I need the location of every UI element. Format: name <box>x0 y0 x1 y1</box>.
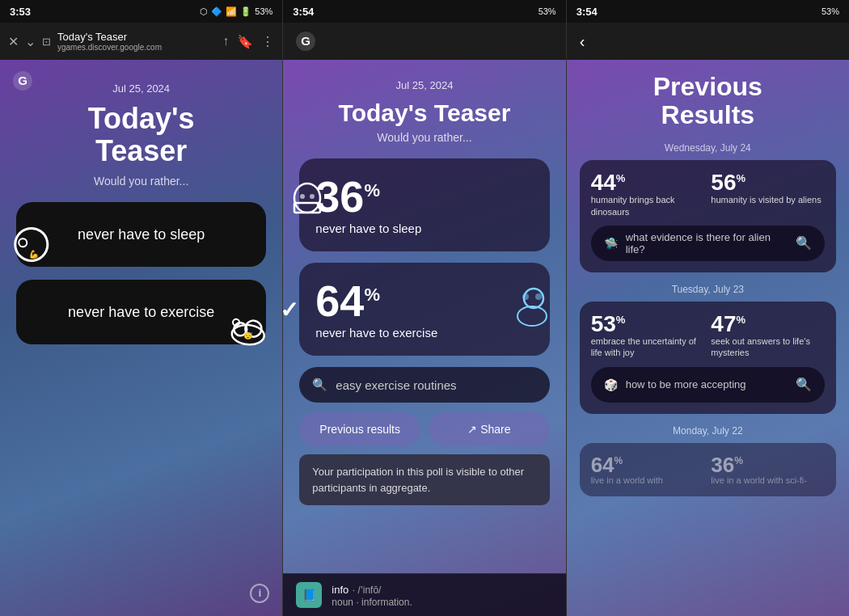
info-button-1[interactable]: i <box>250 584 269 603</box>
result-card-2[interactable]: 64% never have to exercise <box>299 263 549 356</box>
search-icon-wed[interactable]: 🔍 <box>796 235 812 251</box>
panel-3: 3:54 53% ‹ Previous Results Wednesday, J… <box>567 0 849 616</box>
share-button[interactable]: ↗ Share <box>429 412 550 446</box>
subtitle-2: Would you rather... <box>377 131 471 144</box>
browser-url: ygames.discover.google.com <box>57 43 216 52</box>
results-row-wed: 44% humanity brings back dinosaurs 56% h… <box>591 171 825 217</box>
choice-text-2: never have to exercise <box>68 304 214 321</box>
search-text-2: easy exercise routines <box>336 378 456 392</box>
date-1: Jul 25, 2024 <box>112 82 170 95</box>
bottom-info-bar: 📘 info · /ˈinfō/ noun · information. <box>283 573 565 616</box>
tabs-icon[interactable]: ⊡ <box>42 36 51 48</box>
label-wed-right: humanity is visited by aliens <box>711 194 825 205</box>
share-icon[interactable]: ↑ <box>222 34 229 49</box>
svg-point-19 <box>535 293 542 300</box>
section-mon: Monday, July 22 64% live in a world with… <box>580 425 836 496</box>
svg-point-17 <box>517 306 547 326</box>
results-row-mon: 64% live in a world with 36% live in a w… <box>591 454 825 485</box>
info-icon-box: 📘 <box>296 582 322 608</box>
search-text-wed: what evidence is there for alien life? <box>626 231 788 255</box>
panel-1: 3:53 ⬡ 🔷 📶 🔋 🔵 🔵 📶 🔋 53% 53% ✕ ⌄ ⊡ Today… <box>0 0 282 616</box>
result-col-tue-right: 47% seek out answers to life's mysteries <box>711 313 825 359</box>
search-bar-2[interactable]: 🔍 easy exercise routines <box>299 367 549 403</box>
result-col-mon-right: 36% live in a world with sci-fi- <box>711 454 825 485</box>
result-card-2-wrapper: ✓ 64% never have to exercise <box>299 263 549 356</box>
status-icons-2: 53% <box>539 6 556 16</box>
chevron-down-icon[interactable]: ⌄ <box>25 34 36 49</box>
pct-tue-right: 47% <box>711 313 825 335</box>
pct-mon-right: 36% <box>711 454 825 475</box>
moon-sticker: 💪 <box>5 218 62 282</box>
date-2: Jul 25, 2024 <box>396 79 454 91</box>
time-3: 3:54 <box>577 6 598 18</box>
status-bar-1: 3:53 ⬡ 🔷 📶 🔋 🔵 🔵 📶 🔋 53% 53% <box>0 0 282 23</box>
bookmark-icon[interactable]: 🔖 <box>237 34 253 49</box>
exercise-sticker <box>508 284 558 335</box>
panel-1-main: G Jul 25, 2024 Today's Teaser Would you … <box>0 60 282 616</box>
search-bar-wed[interactable]: 🛸 what evidence is there for alien life?… <box>591 226 825 261</box>
status-icons-1: ⬡ 🔷 📶 🔋 🔵 🔵 📶 🔋 53% 53% <box>200 6 272 17</box>
cloud-sticker: 😴 <box>222 307 273 358</box>
result-col-wed-left: 44% humanity brings back dinosaurs <box>591 171 705 217</box>
pct-wed-right: 56% <box>711 171 825 194</box>
browser-actions: ↑ 🔖 ⋮ <box>222 34 274 49</box>
svg-point-3 <box>18 238 27 248</box>
svg-text:G: G <box>18 74 27 87</box>
more-icon[interactable]: ⋮ <box>261 34 274 49</box>
panel-3-main: Previous Results Wednesday, July 24 44% … <box>567 60 849 616</box>
status-icons-3: 53% <box>822 6 839 16</box>
svg-text:G: G <box>301 34 310 48</box>
section-wed: Wednesday, July 24 44% humanity brings b… <box>580 142 836 272</box>
back-icon[interactable]: ‹ <box>580 32 585 51</box>
teaser-title-2: Today's Teaser <box>339 99 511 126</box>
choice-card-1[interactable]: never have to sleep 💪 <box>16 202 266 267</box>
ghost-sticker <box>285 179 330 232</box>
svg-point-14 <box>300 194 305 199</box>
results-card-wed: 44% humanity brings back dinosaurs 56% h… <box>580 160 836 272</box>
search-text-tue: how to be more accepting <box>626 378 746 390</box>
label-mon-right: live in a world with sci-fi- <box>711 475 825 485</box>
search-icon-tue[interactable]: 🔍 <box>796 377 812 392</box>
pct-wed-left: 44% <box>591 171 705 194</box>
time-1: 3:53 <box>10 6 31 18</box>
result-col-tue-left: 53% embrace the uncertainty of life with… <box>591 313 705 359</box>
info-content: info · /ˈinfō/ noun · information. <box>332 582 412 608</box>
close-icon[interactable]: ✕ <box>8 34 19 49</box>
browser-title: Today's Teaser <box>57 31 216 43</box>
result-label-1: never have to sleep <box>315 222 533 235</box>
label-wed-left: humanity brings back dinosaurs <box>591 194 705 217</box>
result-percent-2: 64% <box>315 279 533 323</box>
svg-point-12 <box>294 184 320 213</box>
result-card-1[interactable]: 36% never have to sleep <box>299 158 549 251</box>
prev-results-title: Previous Results <box>580 73 836 129</box>
search-bar-tue[interactable]: 🎲 how to be more accepting 🔍 <box>591 367 825 403</box>
alien-icon: 🛸 <box>604 237 618 250</box>
panel-3-top-bar: ‹ <box>567 23 849 60</box>
info-definition: noun · information. <box>332 597 412 608</box>
panel-2: 3:54 53% G Jul 25, 2024 Today's Teaser W… <box>283 0 565 616</box>
subtitle-1: Would you rather... <box>94 175 188 188</box>
pct-mon-left: 64% <box>591 454 705 475</box>
label-mon-left: live in a world with <box>591 475 705 485</box>
time-2: 3:54 <box>293 6 314 18</box>
panel-2-main: Jul 25, 2024 Today's Teaser Would you ra… <box>283 60 565 616</box>
label-tue-right: seek out answers to life's mysteries <box>711 335 825 359</box>
choice-card-2[interactable]: never have to exercise 😴 <box>16 280 266 344</box>
pct-tue-left: 53% <box>591 313 705 335</box>
results-card-mon: 64% live in a world with 36% live in a w… <box>580 443 836 496</box>
google-logo: G <box>13 71 32 94</box>
result-col-mon-left: 64% live in a world with <box>591 454 705 485</box>
result-col-wed-right: 56% humanity is visited by aliens <box>711 171 825 217</box>
url-area[interactable]: Today's Teaser ygames.discover.google.co… <box>57 31 216 52</box>
result-label-2: never have to exercise <box>315 326 533 340</box>
choice-text-1: never have to sleep <box>78 226 205 243</box>
prev-results-button[interactable]: Previous results <box>299 412 420 446</box>
section-tue: Tuesday, July 23 53% embrace the uncerta… <box>580 284 836 414</box>
dice-icon: 🎲 <box>604 378 618 391</box>
checkmark-icon: ✓ <box>283 296 298 323</box>
info-word: info <box>332 584 348 596</box>
results-card-tue: 53% embrace the uncertainty of life with… <box>580 302 836 414</box>
svg-text:😴: 😴 <box>243 331 254 341</box>
status-bar-2: 3:54 53% <box>283 0 565 23</box>
browser-bar: ✕ ⌄ ⊡ Today's Teaser ygames.discover.goo… <box>0 23 282 60</box>
